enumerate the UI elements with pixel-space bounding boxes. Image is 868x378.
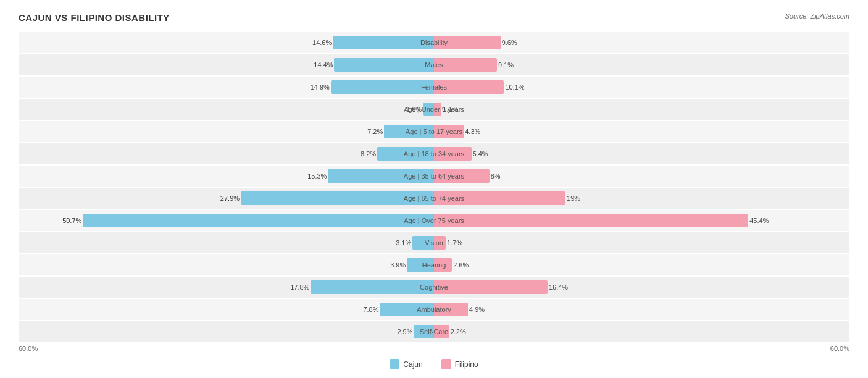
value-left: 7.8%	[363, 306, 378, 313]
value-right: 1.7%	[447, 239, 462, 246]
value-left: 15.3%	[307, 172, 327, 180]
bar-right	[434, 258, 452, 272]
value-right: 9.6%	[502, 39, 517, 46]
value-right: 1.1%	[443, 106, 458, 113]
legend-cajun: Cajun	[390, 359, 422, 369]
value-left: 8.2%	[361, 150, 376, 158]
bar-left	[334, 58, 434, 72]
bar-row: 8.2%5.4%Age | 18 to 34 years	[19, 143, 849, 164]
value-left: 1.6%	[406, 106, 422, 113]
bar-right	[434, 36, 501, 49]
value-left: 7.2%	[367, 128, 383, 135]
bar-left	[333, 36, 434, 49]
value-left: 14.4%	[314, 61, 333, 69]
bar-left	[311, 280, 434, 294]
chart-body: 14.6%9.6%Disability14.4%9.1%Males14.9%10…	[19, 32, 849, 352]
cajun-swatch	[390, 359, 399, 369]
bar-left	[407, 258, 434, 272]
bar-left	[412, 236, 434, 250]
value-right: 5.4%	[473, 150, 488, 158]
bar-right	[434, 58, 497, 72]
chart-title: CAJUN VS FILIPINO DISABILITY	[19, 12, 170, 23]
legend: Cajun Filipino	[19, 359, 849, 369]
cajun-label: Cajun	[403, 360, 422, 369]
value-right: 19%	[567, 195, 580, 202]
bar-row: 3.9%2.6%Hearing	[19, 254, 849, 275]
bar-left	[328, 169, 434, 183]
bar-row: 15.3%8%Age | 35 to 64 years	[19, 166, 849, 187]
value-left: 3.9%	[390, 261, 406, 269]
bar-row: 17.8%16.4%Cognitive	[19, 277, 849, 298]
bar-right	[434, 236, 446, 250]
bar-row: 7.2%4.3%Age | 5 to 17 years	[19, 121, 849, 142]
bar-right	[434, 303, 468, 316]
chart-container: CAJUN VS FILIPINO DISABILITY Source: Zip…	[0, 0, 868, 378]
value-left: 3.1%	[396, 239, 411, 246]
chart-source: Source: ZipAtlas.com	[785, 12, 849, 20]
bar-row: 27.9%19%Age | 65 to 74 years	[19, 188, 849, 209]
value-right: 2.6%	[453, 261, 469, 269]
bar-right	[434, 103, 441, 116]
value-left: 27.9%	[220, 195, 240, 202]
value-left: 17.8%	[290, 284, 309, 291]
bar-right	[434, 147, 472, 161]
value-right: 4.9%	[469, 306, 485, 313]
value-left: 50.7%	[62, 217, 81, 224]
bar-left	[241, 191, 434, 205]
bar-left	[377, 147, 434, 161]
bar-left	[380, 303, 434, 316]
bar-row: 14.9%10.1%Females	[19, 77, 849, 98]
value-right: 2.2%	[451, 328, 466, 335]
bar-left	[423, 103, 434, 116]
filipino-swatch	[441, 359, 451, 369]
value-right: 45.4%	[749, 217, 769, 224]
axis-bottom: 60.0% 60.0%	[19, 345, 849, 352]
bar-right	[434, 169, 490, 183]
legend-filipino: Filipino	[441, 359, 478, 369]
filipino-label: Filipino	[455, 360, 478, 369]
bar-right	[434, 325, 449, 338]
bar-row: 50.7%45.4%Age | Over 75 years	[19, 210, 849, 231]
rows-area: 14.6%9.6%Disability14.4%9.1%Males14.9%10…	[19, 32, 849, 342]
value-right: 4.3%	[465, 128, 480, 135]
bar-left	[83, 214, 434, 227]
bar-row: 14.6%9.6%Disability	[19, 32, 849, 53]
bar-left	[384, 125, 434, 138]
value-left: 14.6%	[312, 39, 332, 46]
bar-right	[434, 280, 548, 294]
bar-row: 3.1%1.7%Vision	[19, 232, 849, 253]
bar-left	[414, 325, 434, 338]
bar-row: 1.6%1.1%Age | Under 5 years	[19, 99, 849, 120]
axis-right-label: 60.0%	[830, 345, 849, 352]
value-left: 2.9%	[397, 328, 412, 335]
chart-header: CAJUN VS FILIPINO DISABILITY Source: Zip…	[19, 12, 849, 23]
bar-right	[434, 125, 464, 138]
bar-row: 7.8%4.9%Ambulatory	[19, 299, 849, 320]
axis-left-label: 60.0%	[19, 345, 38, 352]
bar-row: 2.9%2.2%Self-Care	[19, 321, 849, 342]
value-left: 14.9%	[311, 83, 330, 91]
value-right: 8%	[491, 172, 501, 180]
bar-row: 14.4%9.1%Males	[19, 54, 849, 75]
bar-right	[434, 191, 565, 205]
bar-right	[434, 80, 504, 94]
value-right: 9.1%	[498, 61, 514, 69]
bar-left	[331, 80, 434, 94]
value-right: 10.1%	[505, 83, 524, 91]
bar-right	[434, 214, 748, 227]
value-right: 16.4%	[549, 284, 568, 291]
